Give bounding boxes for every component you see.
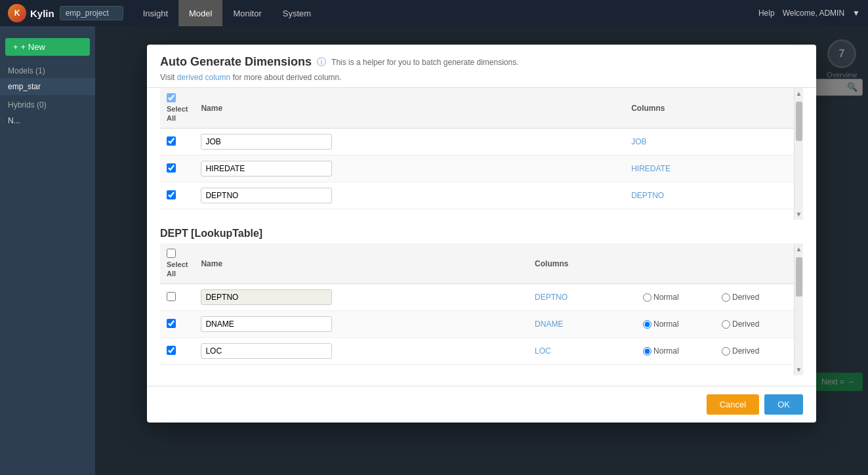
emp-dimension-table: Select All Name Columns — [160, 88, 794, 209]
emp-scroll-col — [781, 88, 794, 129]
table-row: HIREDATE — [160, 155, 794, 182]
page-body: + + New Models (1) emp_star Hybrids (0) … — [0, 26, 868, 475]
derived-label-1: Derived — [732, 293, 759, 302]
dept-dname-derived-radio[interactable] — [722, 320, 730, 329]
modal-header: Auto Generate Dimensions ⓘ This is a hel… — [147, 45, 816, 88]
new-button[interactable]: + + New — [5, 38, 90, 56]
nav-system[interactable]: System — [272, 0, 321, 26]
project-select[interactable]: emp_project — [60, 6, 123, 20]
scroll-thumb[interactable] — [796, 102, 802, 141]
dept-select-all-label: Select All — [167, 260, 188, 278]
dept-deptno-name-input[interactable] — [201, 289, 332, 305]
emp-scrollbar[interactable]: ▲ ▼ — [794, 88, 803, 220]
emp-scroll-spacer2 — [781, 155, 794, 182]
nav-links: Insight Model Monitor System — [133, 0, 321, 26]
main-content: 7 Overview 🔍 Prev Next = → Auto Generate — [95, 26, 868, 475]
info-icon: ⓘ — [317, 56, 326, 68]
dept-scrollbar[interactable]: ▲ ▼ — [794, 243, 803, 375]
dept-loc-derived-radio[interactable] — [722, 347, 730, 356]
table-row: DEPTNO Normal — [160, 284, 794, 311]
dept-scroll-thumb[interactable] — [796, 257, 802, 297]
emp-row3-check-cell — [160, 182, 194, 209]
emp-row3-column-cell: DEPTNO — [625, 182, 781, 209]
table-row: LOC Normal — [160, 338, 794, 365]
dept-loc-normal-radio-label[interactable]: Normal — [643, 346, 709, 356]
emp-table-body: JOB — [160, 129, 794, 209]
dept-deptno-normal-radio-label[interactable]: Normal — [643, 293, 709, 302]
emp-job-name-input[interactable] — [201, 134, 332, 150]
welcome-dropdown-icon[interactable]: ▼ — [852, 9, 860, 18]
nav-insight[interactable]: Insight — [133, 0, 178, 26]
nav-right: Help Welcome, ADMIN ▼ — [758, 9, 860, 18]
nav-monitor[interactable]: Monitor — [222, 0, 272, 26]
derived-label-3: Derived — [732, 346, 759, 356]
dept-scroll-up-arrow[interactable]: ▲ — [796, 243, 802, 255]
emp-select-all-header: Select All — [160, 88, 194, 129]
emp-columns-header: Columns — [625, 88, 781, 129]
emp-row2-name-cell — [194, 155, 625, 182]
ok-button[interactable]: OK — [764, 394, 803, 415]
emp-header-row: Select All Name Columns — [160, 88, 794, 129]
dept-dname-derived-radio-label[interactable]: Derived — [722, 320, 787, 329]
emp-row1-name-cell — [194, 129, 625, 155]
dept-row2-column-cell: DNAME — [528, 311, 636, 338]
emp-row1-column-cell: JOB — [625, 129, 781, 155]
dept-deptno-col-text: DEPTNO — [535, 293, 568, 302]
dept-dname-normal-radio-label[interactable]: Normal — [643, 320, 709, 329]
derived-column-link[interactable]: derived column — [177, 73, 230, 82]
normal-label-2: Normal — [653, 320, 679, 329]
dept-table-container: Select All Name Columns — [160, 243, 794, 375]
dept-deptno-normal-radio[interactable] — [643, 293, 651, 302]
emp-row3-name-cell — [194, 182, 625, 209]
emp-deptno-name-input[interactable] — [201, 188, 332, 203]
emp-name-header: Name — [194, 88, 625, 129]
emp-row2-column-cell: HIREDATE — [625, 155, 781, 182]
table-row: DEPTNO — [160, 182, 794, 209]
emp-hiredate-name-input[interactable] — [201, 161, 332, 176]
modal-footer: Cancel OK — [147, 386, 816, 423]
sidebar-item-new[interactable]: N... — [0, 112, 95, 129]
dept-loc-name-input[interactable] — [201, 343, 332, 359]
dept-row3-derived-cell: Derived — [715, 338, 794, 365]
dept-loc-derived-radio-label[interactable]: Derived — [722, 346, 787, 356]
dept-deptno-derived-radio[interactable] — [722, 293, 730, 302]
dept-row1-check-cell — [160, 284, 194, 311]
dept-dname-name-input[interactable] — [201, 316, 332, 332]
dept-row1-normal-cell: Normal — [636, 284, 715, 311]
cancel-button[interactable]: Cancel — [707, 394, 759, 415]
nav-model[interactable]: Model — [178, 0, 222, 26]
dept-dname-checkbox[interactable] — [167, 319, 176, 328]
dept-row1-column-cell: DEPTNO — [528, 284, 636, 311]
dept-loc-normal-radio[interactable] — [643, 347, 651, 356]
dept-columns-header: Columns — [528, 243, 636, 284]
dept-deptno-derived-radio-label[interactable]: Derived — [722, 293, 787, 302]
dept-row3-name-cell — [194, 338, 528, 365]
dept-name-header: Name — [194, 243, 528, 284]
sidebar-item-emp-star[interactable]: emp_star — [0, 78, 95, 95]
emp-deptno-col-text: DEPTNO — [631, 191, 664, 200]
scroll-down-arrow[interactable]: ▼ — [796, 209, 802, 220]
emp-scroll-spacer3 — [781, 182, 794, 209]
brand: K Kylin — [8, 4, 54, 22]
dept-row2-check-cell — [160, 311, 194, 338]
emp-hiredate-checkbox[interactable] — [167, 163, 176, 173]
modal-title-row: Auto Generate Dimensions ⓘ This is a hel… — [160, 55, 803, 69]
help-link[interactable]: Help — [758, 9, 775, 18]
emp-deptno-checkbox[interactable] — [167, 190, 176, 199]
derived-label-2: Derived — [732, 320, 759, 329]
dept-scroll-down-arrow[interactable]: ▼ — [796, 364, 802, 375]
dept-dname-normal-radio[interactable] — [643, 320, 651, 329]
dept-dimension-table: Select All Name Columns — [160, 243, 794, 365]
dept-row2-normal-cell: Normal — [636, 311, 715, 338]
new-icon: + — [13, 42, 18, 52]
emp-job-checkbox[interactable] — [167, 136, 176, 146]
dept-table-header: Select All Name Columns — [160, 243, 794, 284]
dept-loc-checkbox[interactable] — [167, 346, 176, 355]
emp-select-all-checkbox[interactable] — [167, 93, 176, 102]
scroll-up-arrow[interactable]: ▲ — [796, 88, 802, 99]
dept-deptno-checkbox[interactable] — [167, 292, 176, 301]
dept-row2-name-cell — [194, 311, 528, 338]
hybrids-section-label: Hybrids (0) — [0, 95, 95, 112]
dept-select-all-checkbox[interactable] — [167, 249, 176, 258]
emp-table-wrapper: Select All Name Columns — [160, 88, 803, 220]
